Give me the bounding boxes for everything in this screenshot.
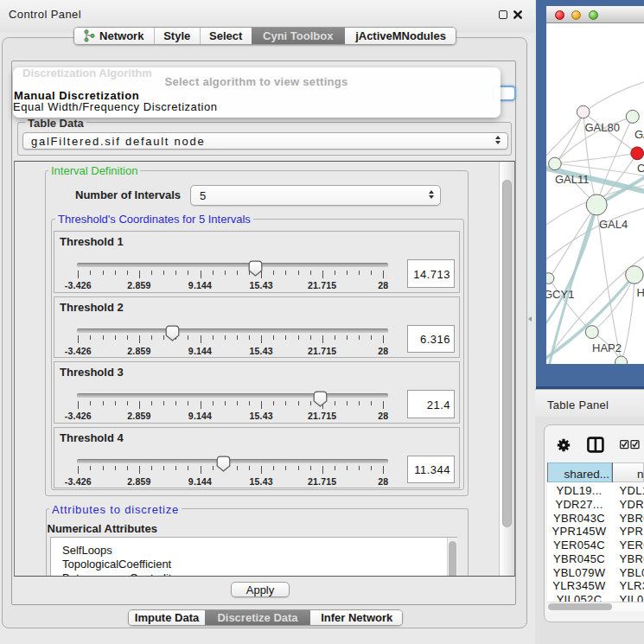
svg-text:GA: GA (634, 128, 644, 141)
svg-text:HAP2: HAP2 (592, 341, 622, 354)
svg-text:GAL4: GAL4 (599, 218, 628, 231)
svg-text:GAL80: GAL80 (585, 121, 620, 134)
svg-text:CD: CD (637, 162, 644, 175)
svg-text:GCY1: GCY1 (546, 288, 574, 301)
svg-text:HI: HI (637, 286, 644, 299)
svg-text:GAL11: GAL11 (555, 173, 590, 186)
